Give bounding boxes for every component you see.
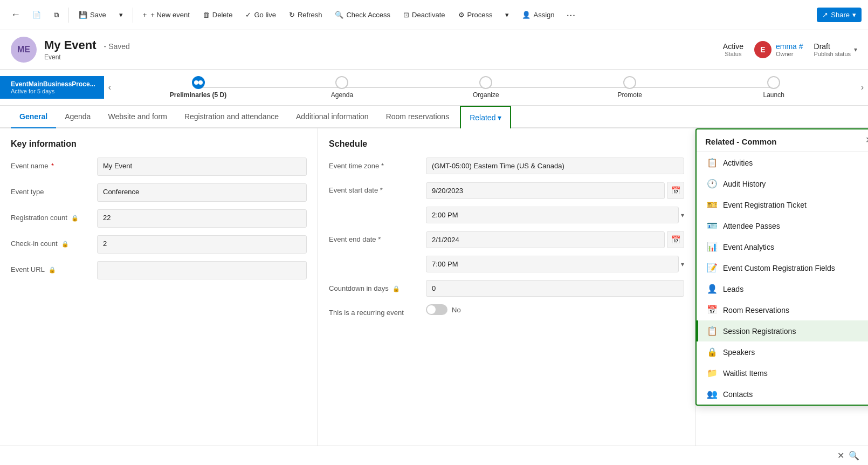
tab-related[interactable]: Related ▾ (460, 106, 511, 128)
save-icon: 💾 (79, 11, 87, 19)
record-type: Event (44, 53, 130, 61)
dropdown-item-contacts[interactable]: 👥 Contacts (697, 384, 868, 405)
bp-stage-active[interactable]: EventMainBusinessProce... Active for 5 d… (0, 76, 104, 99)
chevron-down-icon: ▾ (119, 11, 123, 19)
process-icon: ⚙ (458, 11, 465, 19)
event-analytics-icon: 📊 (707, 242, 718, 252)
tab-room-reservations[interactable]: Room reservations (377, 106, 458, 128)
bp-step-5[interactable]: Launch (702, 70, 846, 105)
tab-general[interactable]: General (11, 106, 56, 128)
bp-stage-sub: Active for 5 days (11, 88, 95, 94)
toggle-knob (427, 305, 436, 314)
field-value-event-type[interactable]: Conference (97, 183, 307, 202)
dropdown-close-button[interactable]: ✕ (865, 135, 868, 145)
toggle-recurring[interactable] (426, 304, 447, 315)
publish-label: Publish status (814, 51, 851, 57)
search-bottom-icon[interactable]: 🔍 (849, 450, 859, 457)
owner-info: emma # Owner (776, 42, 803, 57)
calendar-icon-end[interactable]: 📅 (667, 231, 684, 248)
dropdown-item-activities[interactable]: 📋 Activities (697, 152, 868, 173)
tab-website-and-form[interactable]: Website and form (99, 106, 175, 128)
schedule-value-timezone[interactable]: (GMT-05:00) Eastern Time (US & Canada) (426, 158, 684, 174)
calendar-icon-start[interactable]: 📅 (667, 182, 684, 199)
delete-button[interactable]: 🗑 Delete (197, 8, 238, 22)
speakers-label: Speakers (723, 348, 755, 357)
refresh-icon: ↻ (289, 11, 295, 19)
share-button[interactable]: ↗ Share ▾ (817, 8, 862, 22)
related-dropdown: ✕ Related - Common 📋 Activities 🕐 Audit … (695, 128, 868, 406)
open-in-new-button[interactable]: ⧉ (49, 8, 64, 23)
record-title: My Event (44, 38, 97, 52)
schedule-value-countdown: 0 (426, 280, 684, 297)
new-event-button[interactable]: + + New event (137, 8, 195, 22)
dropdown-item-attendee-passes[interactable]: 🪪 Attendee Passes (697, 215, 868, 236)
status-label: Status (723, 51, 743, 57)
start-time-wrap: 2:00 PM ▾ (426, 207, 684, 223)
assign-button[interactable]: 👤 Assign (516, 8, 560, 22)
assign-icon: 👤 (522, 11, 531, 19)
start-date-input[interactable]: 9/20/2023 (426, 182, 665, 199)
dropdown-item-audit-history[interactable]: 🕐 Audit History (697, 173, 868, 194)
save-button[interactable]: 💾 Save (73, 8, 112, 22)
room-reservations-icon: 📅 (707, 305, 718, 315)
publish-value: Draft (814, 42, 851, 51)
bp-steps: Preliminaries (5 D) Agenda Organize Prom… (115, 70, 857, 105)
refresh-button[interactable]: ↻ Refresh (284, 8, 328, 22)
more-button[interactable]: ··· (562, 5, 580, 24)
end-date-input[interactable]: 2/1/2024 (426, 231, 665, 248)
field-label-event-type: Event type (11, 183, 97, 196)
schedule-title: Schedule (329, 139, 684, 149)
publish-chevron-icon[interactable]: ▾ (854, 46, 857, 53)
end-time-wrap: 7:00 PM ▾ (426, 256, 684, 272)
schedule-panel: Schedule Event time zone * (GMT-05:00) E… (318, 128, 695, 457)
end-time-select[interactable]: 7:00 PM (426, 256, 679, 272)
dropdown-item-room-reservations[interactable]: 📅 Room Reservations (697, 299, 868, 320)
room-reservations-label: Room Reservations (723, 306, 789, 314)
bottom-bar: ✕ 🔍 (0, 446, 868, 457)
lock-icon-1: 🔒 (71, 215, 79, 221)
dropdown-item-speakers[interactable]: 🔒 Speakers (697, 341, 868, 363)
bp-chevron-right-button[interactable]: › (857, 80, 868, 94)
bp-step-label-1: Preliminaries (5 D) (170, 91, 226, 99)
bp-step-label-2: Agenda (331, 91, 353, 99)
back-button[interactable]: ← (6, 6, 25, 24)
field-countdown: Countdown in days 🔒 0 (329, 280, 684, 297)
dropdown-item-waitlist-items[interactable]: 📁 Waitlist Items (697, 363, 868, 384)
field-value-event-url[interactable] (97, 261, 307, 279)
go-live-button[interactable]: ✓ Go live (240, 8, 281, 22)
share-chevron-icon: ▾ (852, 11, 856, 19)
dropdown-item-event-registration-ticket[interactable]: 🎫 Event Registration Ticket (697, 194, 868, 215)
tabs-bar: General Agenda Website and form Registra… (0, 106, 868, 128)
bp-chevron-left-button[interactable]: ‹ (104, 80, 115, 94)
tab-additional-information[interactable]: Additional information (287, 106, 377, 128)
bp-step-label-4: Promote (618, 91, 642, 99)
check-access-button[interactable]: 🔍 Check Access (329, 8, 396, 22)
leads-label: Leads (723, 285, 743, 293)
record-info: My Event - Saved Event (44, 38, 130, 61)
close-bottom-icon[interactable]: ✕ (837, 450, 844, 457)
process-chevron-icon: ▾ (505, 11, 509, 19)
record-icon-button[interactable]: 📄 (27, 8, 46, 22)
process-dropdown-button[interactable]: ▾ (500, 8, 514, 22)
attendee-passes-label: Attendee Passes (723, 222, 780, 230)
tab-registration-and-attendance[interactable]: Registration and attendance (176, 106, 287, 128)
publish-block[interactable]: Draft Publish status ▾ (814, 42, 857, 57)
publish-info: Draft Publish status (814, 42, 851, 57)
process-button[interactable]: ⚙ Process (453, 8, 498, 22)
dropdown-item-leads[interactable]: 👤 Leads (697, 278, 868, 299)
deactivate-button[interactable]: ⊡ Deactivate (398, 8, 450, 22)
save-dropdown-button[interactable]: ▾ (114, 8, 128, 22)
toolbar: ← 📄 ⧉ 💾 Save ▾ + + New event 🗑 Delete ✓ … (0, 0, 868, 30)
field-timezone: Event time zone * (GMT-05:00) Eastern Ti… (329, 158, 684, 174)
dropdown-item-event-analytics[interactable]: 📊 Event Analytics (697, 236, 868, 257)
divider-1 (68, 8, 69, 23)
tab-agenda[interactable]: Agenda (56, 106, 99, 128)
start-time-select[interactable]: 2:00 PM (426, 207, 679, 223)
dropdown-header: Related - Common (697, 129, 868, 152)
activities-icon: 📋 (707, 158, 718, 168)
field-value-event-name[interactable]: My Event (97, 158, 307, 176)
dropdown-item-session-registrations[interactable]: 📋 Session Registrations (697, 320, 868, 341)
dropdown-item-event-custom-registration-fields[interactable]: 📝 Event Custom Registration Fields (697, 257, 868, 278)
owner-name[interactable]: emma # (776, 42, 803, 51)
schedule-label-end-date: Event end date * (329, 231, 426, 243)
